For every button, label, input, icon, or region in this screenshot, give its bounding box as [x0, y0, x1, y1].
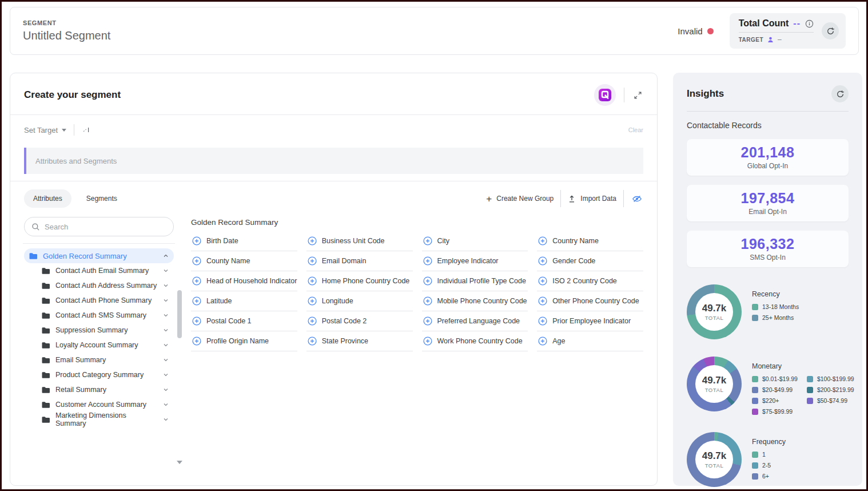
assistant-logo-button[interactable] — [594, 84, 616, 106]
attribute-item[interactable]: State Province — [306, 331, 413, 351]
expand-button[interactable] — [632, 90, 643, 101]
status-dot-icon — [707, 28, 714, 34]
donut-total-label: TOTAL — [705, 387, 724, 393]
insights-refresh-button[interactable] — [831, 85, 849, 102]
attribute-item[interactable]: Business Unit Code — [306, 231, 413, 251]
add-attribute-icon[interactable] — [192, 316, 201, 326]
attribute-item[interactable]: Preferred Language Code — [422, 311, 528, 331]
attribute-item[interactable]: County Name — [191, 251, 297, 271]
chevron-down-icon[interactable] — [162, 401, 169, 408]
chevron-down-icon[interactable] — [162, 371, 169, 378]
chevron-down-icon[interactable] — [162, 267, 169, 274]
attribute-item[interactable]: Postal Code 2 — [306, 311, 413, 331]
tree-item-label: Suppression Summary — [55, 326, 128, 334]
chevron-down-icon[interactable] — [162, 342, 169, 349]
tab-attributes[interactable]: Attributes — [24, 189, 71, 208]
chevron-down-icon[interactable] — [162, 282, 169, 289]
tree-scrollbar[interactable] — [177, 290, 182, 462]
chevron-down-icon[interactable] — [162, 327, 169, 334]
segment-dropzone[interactable]: Attributes and Segments — [24, 148, 643, 174]
create-new-group-button[interactable]: + Create New Group — [486, 194, 554, 204]
tree-item[interactable]: Suppression Summary — [37, 323, 174, 338]
add-attribute-icon[interactable] — [423, 256, 432, 266]
attribute-item[interactable]: Home Phone Country Code — [306, 271, 413, 291]
add-attribute-icon[interactable] — [192, 276, 201, 286]
attribute-item[interactable]: City — [422, 231, 528, 251]
set-target-button[interactable]: Set Target — [24, 126, 66, 134]
chevron-down-icon[interactable] — [162, 357, 169, 363]
add-attribute-icon[interactable] — [538, 236, 547, 246]
tree-item[interactable]: Email Summary — [37, 353, 174, 367]
attribute-item[interactable]: Email Domain — [306, 251, 413, 271]
chevron-down-icon[interactable] — [162, 312, 169, 319]
attribute-item[interactable]: Prior Employee Indicator — [537, 311, 643, 331]
attribute-item[interactable]: Individual Profile Type Code — [422, 271, 528, 291]
add-attribute-icon[interactable] — [423, 236, 432, 246]
add-attribute-icon[interactable] — [308, 236, 317, 246]
tree-item[interactable]: Contact Auth Email Summary — [37, 263, 174, 278]
add-attribute-icon[interactable] — [538, 256, 547, 266]
tree-item[interactable]: Contact Auth Phone Summary — [37, 293, 174, 308]
attribute-item[interactable]: Mobile Phone Country Code — [422, 291, 528, 311]
attribute-item[interactable]: Work Phone Country Code — [422, 331, 528, 351]
add-attribute-icon[interactable] — [192, 296, 201, 306]
chevron-up-icon[interactable] — [162, 252, 169, 259]
hide-preview-button[interactable] — [631, 193, 643, 204]
tree-item[interactable]: Product Category Summary — [37, 367, 174, 382]
add-attribute-icon[interactable] — [308, 336, 317, 346]
add-attribute-icon[interactable] — [538, 276, 547, 286]
attribute-item[interactable]: Postal Code 1 — [191, 311, 297, 331]
tree-item[interactable]: Golden Record Summary — [24, 248, 174, 263]
tree-item[interactable]: Customer Account Summary — [37, 397, 174, 412]
add-attribute-icon[interactable] — [308, 316, 317, 326]
brand-logo-icon — [598, 88, 612, 102]
attribute-item[interactable]: Employee Indicator — [422, 251, 528, 271]
info-icon[interactable] — [805, 19, 814, 28]
add-attribute-icon[interactable] — [308, 256, 317, 266]
add-attribute-icon[interactable] — [538, 316, 547, 326]
total-count-refresh-button[interactable] — [822, 22, 839, 39]
builder-header: Create your segment — [24, 82, 643, 108]
attribute-item[interactable]: Age — [537, 331, 643, 351]
add-attribute-icon[interactable] — [423, 296, 432, 306]
tree-item[interactable]: Contact Auth Address Summary — [37, 278, 174, 293]
tree-scroll-down-icon[interactable] — [177, 461, 182, 464]
chevron-down-icon[interactable] — [162, 386, 169, 393]
chevron-down-icon[interactable] — [162, 297, 169, 304]
attribute-item[interactable]: Longitude — [306, 291, 413, 311]
attribute-item[interactable]: Profile Origin Name — [191, 331, 297, 351]
tree-item[interactable]: Marketing Dimensions Summary — [37, 412, 174, 427]
tree-item[interactable]: Retail Summary — [37, 382, 174, 397]
add-attribute-icon[interactable] — [192, 256, 201, 266]
attribute-label: Other Phone Country Code — [552, 297, 639, 305]
add-attribute-icon[interactable] — [538, 336, 547, 346]
import-data-button[interactable]: Import Data — [568, 195, 616, 203]
tree-item[interactable]: Loyalty Account Summary — [37, 338, 174, 353]
add-attribute-icon[interactable] — [192, 336, 201, 346]
chevron-down-icon[interactable] — [162, 416, 169, 423]
frequency-donut-chart: 49.7kTOTAL — [687, 432, 742, 487]
add-attribute-icon[interactable] — [192, 236, 201, 246]
search-input[interactable] — [45, 223, 166, 231]
attribute-item[interactable]: Gender Code — [537, 251, 643, 271]
add-attribute-icon[interactable] — [423, 336, 432, 346]
add-attribute-icon[interactable] — [423, 316, 432, 326]
segment-header: SEGMENT Untitled Segment Invalid Total C… — [10, 7, 859, 55]
attribute-item[interactable]: Latitude — [191, 291, 297, 311]
add-attribute-icon[interactable] — [308, 276, 317, 286]
folder-icon — [41, 326, 50, 335]
attribute-item[interactable]: Birth Date — [191, 231, 297, 251]
tree-scrollbar-thumb[interactable] — [177, 290, 182, 338]
add-attribute-icon[interactable] — [423, 276, 432, 286]
attribute-item[interactable]: Country Name — [537, 231, 643, 251]
attribute-item[interactable]: ISO 2 Country Code — [537, 271, 643, 291]
clear-button[interactable]: Clear — [628, 126, 643, 133]
add-attribute-icon[interactable] — [538, 296, 547, 306]
attribute-item[interactable]: Head of Household Indicator — [191, 271, 297, 291]
add-attribute-icon[interactable] — [308, 296, 317, 306]
segment-title[interactable]: Untitled Segment — [23, 29, 110, 42]
attribute-item[interactable]: Other Phone Country Code — [537, 291, 643, 311]
tree-item[interactable]: Contact Auth SMS Summary — [37, 308, 174, 323]
tree-item-label: Contact Auth SMS Summary — [55, 311, 146, 319]
tab-segments[interactable]: Segments — [77, 189, 126, 208]
